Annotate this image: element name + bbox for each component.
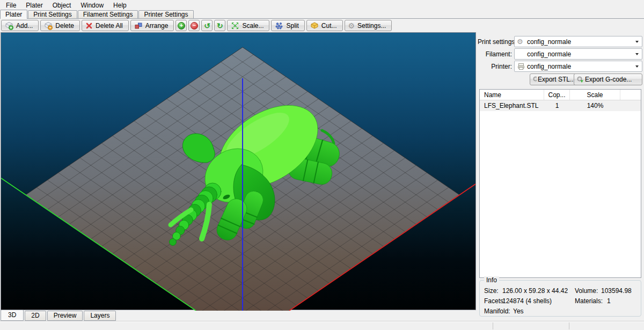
arrange-cubes-icon bbox=[134, 21, 143, 30]
scale-button-label: Scale... bbox=[242, 22, 264, 30]
cube-add-icon bbox=[5, 21, 13, 30]
size-value: 126.00 x 59.28 x 44.42 bbox=[502, 287, 568, 295]
export-gear-icon bbox=[576, 76, 584, 83]
filament-combo[interactable]: config_normale bbox=[514, 48, 642, 60]
scale-arrows-icon bbox=[231, 21, 239, 30]
info-box-title: Info bbox=[484, 276, 499, 284]
delete-button[interactable]: Delete bbox=[40, 20, 80, 31]
main-tab-bar: Plater Print Settings Filament Settings … bbox=[0, 10, 644, 19]
delete-all-button[interactable]: Delete All bbox=[82, 20, 129, 31]
object-scale: 140% bbox=[570, 102, 620, 109]
arrange-button[interactable]: Arrange bbox=[130, 20, 174, 31]
rotate-ccw-button[interactable]: ↺ bbox=[201, 20, 213, 31]
menu-file[interactable]: File bbox=[1, 1, 21, 10]
info-box: Info Size: 126.00 x 59.28 x 44.42 Volume… bbox=[479, 280, 641, 317]
chevron-down-icon bbox=[635, 53, 639, 55]
print-settings-value: config_normale bbox=[527, 38, 571, 46]
scale-button[interactable]: Scale... bbox=[227, 20, 269, 31]
remove-copy-button[interactable]: − bbox=[188, 20, 200, 31]
column-header-name[interactable]: Name bbox=[480, 90, 544, 100]
split-dots-icon bbox=[275, 21, 283, 30]
add-button[interactable]: Add... bbox=[1, 20, 39, 31]
tab-plater[interactable]: Plater bbox=[0, 10, 27, 19]
printer-combo[interactable]: config_normale bbox=[514, 61, 642, 72]
settings-button-label: Settings... bbox=[357, 22, 386, 30]
column-header-spacer bbox=[620, 90, 641, 100]
split-button-label: Split bbox=[286, 22, 298, 30]
tab-print-settings[interactable]: Print Settings bbox=[28, 10, 77, 18]
gear-icon: ⚙ bbox=[517, 38, 523, 45]
gear-icon: ⚙ bbox=[348, 22, 355, 30]
status-bar bbox=[0, 321, 644, 330]
chevron-down-icon bbox=[635, 65, 639, 68]
view-tab-preview[interactable]: Preview bbox=[47, 311, 83, 321]
object-list: Name Cop... Scale LFS_Elephant.STL 1 140… bbox=[479, 89, 641, 278]
printer-label: Printer: bbox=[478, 63, 512, 70]
cut-button[interactable]: Cut... bbox=[306, 20, 343, 31]
print-settings-combo[interactable]: ⚙ config_normale bbox=[514, 36, 642, 47]
table-row[interactable]: LFS_Elephant.STL 1 140% bbox=[480, 100, 641, 111]
view-tab-layers[interactable]: Layers bbox=[84, 311, 116, 321]
manifold-value: Yes bbox=[513, 307, 524, 315]
settings-panel: Print settings: ⚙ config_normale Filamen… bbox=[478, 32, 644, 321]
view-tab-2d[interactable]: 2D bbox=[25, 311, 46, 321]
printer-value: config_normale bbox=[527, 63, 571, 70]
menu-object[interactable]: Object bbox=[48, 1, 76, 10]
3d-viewport[interactable] bbox=[1, 32, 476, 310]
status-bar-separator bbox=[493, 322, 493, 329]
print-settings-label: Print settings: bbox=[478, 38, 512, 46]
add-button-label: Add... bbox=[16, 22, 33, 30]
export-stl-label: Export STL... bbox=[538, 76, 575, 83]
export-gear-icon bbox=[532, 76, 537, 83]
export-gcode-label: Export G-code... bbox=[585, 76, 632, 83]
menu-plater[interactable]: Plater bbox=[21, 1, 47, 10]
chevron-down-icon bbox=[635, 41, 639, 43]
volume-label: Volume: bbox=[575, 287, 598, 295]
cube-remove-icon bbox=[44, 21, 53, 30]
cut-box-icon bbox=[310, 21, 319, 30]
view-tab-bar: 3D 2D Preview Layers bbox=[1, 311, 117, 321]
cut-button-label: Cut... bbox=[321, 22, 337, 30]
split-button[interactable]: Split bbox=[271, 20, 304, 31]
add-copy-button[interactable]: + bbox=[175, 20, 187, 31]
rotate-cw-icon: ↻ bbox=[217, 22, 223, 30]
export-stl-button[interactable]: Export STL... bbox=[530, 74, 579, 85]
rotate-cw-button[interactable]: ↻ bbox=[214, 20, 225, 31]
view-tab-3d[interactable]: 3D bbox=[1, 310, 24, 321]
status-bar-separator bbox=[569, 322, 569, 329]
column-header-copies[interactable]: Cop... bbox=[544, 90, 570, 100]
object-copies: 1 bbox=[544, 102, 570, 109]
rotate-ccw-icon: ↺ bbox=[204, 22, 210, 30]
filament-value: config_normale bbox=[527, 50, 571, 58]
plus-circle-icon: + bbox=[178, 22, 185, 30]
tab-filament-settings[interactable]: Filament Settings bbox=[78, 10, 138, 18]
plater-toolbar: Add... Delete Delete All Arrange + − ↺ ↻… bbox=[0, 19, 644, 32]
minus-circle-icon: − bbox=[191, 22, 198, 30]
export-gcode-button[interactable]: Export G-code... bbox=[574, 74, 642, 85]
menu-help[interactable]: Help bbox=[108, 1, 131, 10]
object-name: LFS_Elephant.STL bbox=[480, 102, 544, 109]
size-label: Size: bbox=[484, 287, 499, 295]
manifold-label: Manifold: bbox=[484, 307, 510, 315]
settings-button[interactable]: ⚙ Settings... bbox=[345, 20, 392, 31]
facets-value: 124874 (4 shells) bbox=[502, 297, 552, 305]
delete-button-label: Delete bbox=[55, 22, 74, 30]
arrange-button-label: Arrange bbox=[145, 22, 169, 30]
column-header-scale[interactable]: Scale bbox=[570, 90, 620, 100]
menu-bar: File Plater Object Window Help bbox=[0, 0, 644, 10]
printer-icon bbox=[517, 62, 525, 71]
filament-label: Filament: bbox=[478, 50, 512, 58]
3d-scene bbox=[1, 33, 477, 311]
menu-window[interactable]: Window bbox=[76, 1, 108, 10]
red-x-icon bbox=[85, 22, 93, 30]
materials-label: Materials: bbox=[575, 297, 603, 305]
object-list-header: Name Cop... Scale bbox=[480, 90, 641, 100]
delete-all-button-label: Delete All bbox=[96, 22, 123, 30]
tab-printer-settings[interactable]: Printer Settings bbox=[138, 10, 193, 18]
volume-value: 103594.98 bbox=[601, 287, 632, 295]
materials-value: 1 bbox=[607, 297, 611, 305]
